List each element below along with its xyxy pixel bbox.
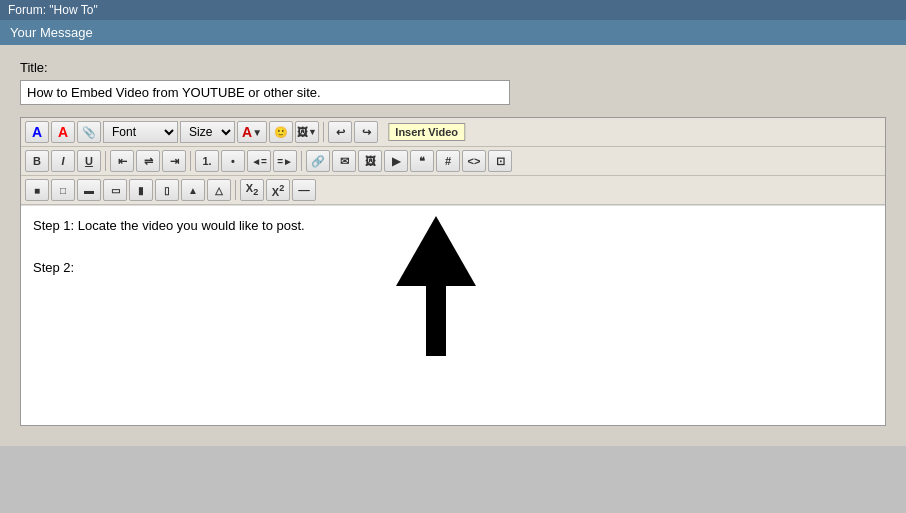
indent-btn[interactable]: =► <box>273 150 297 172</box>
format-btn-4[interactable]: ▭ <box>103 179 127 201</box>
message-container: Title: A A 📎 Font Arial Times New Roman … <box>0 45 906 446</box>
underline-btn[interactable]: U <box>77 150 101 172</box>
your-message-header: Your Message <box>0 20 906 45</box>
insert-video-btn[interactable]: ▶ Insert Video <box>384 150 408 172</box>
editor-line-2: Step 2: <box>33 258 873 279</box>
emoji-btn[interactable]: 🙂 <box>269 121 293 143</box>
title-label: Title: <box>20 60 886 75</box>
ordered-list-btn[interactable]: 1. <box>195 150 219 172</box>
format-btn-8[interactable]: △ <box>207 179 231 201</box>
format-btn-1[interactable]: ■ <box>25 179 49 201</box>
font-color-btn[interactable]: A ▼ <box>237 121 267 143</box>
forum-bar: Forum: "How To" <box>0 0 906 20</box>
image-btn[interactable]: 🖼 <box>358 150 382 172</box>
sep3 <box>190 151 191 171</box>
strikethrough-btn[interactable]: — <box>292 179 316 201</box>
sep1 <box>323 122 324 142</box>
title-input[interactable] <box>20 80 510 105</box>
superscript-btn[interactable]: X2 <box>266 179 290 201</box>
hashtag-btn[interactable]: # <box>436 150 460 172</box>
toolbar-row-3: ■ □ ▬ ▭ ▮ ▯ ▲ △ X <box>21 176 885 205</box>
unordered-list-btn[interactable]: • <box>221 150 245 172</box>
align-right-btn[interactable]: ⇥ <box>162 150 186 172</box>
link-btn[interactable]: 🔗 <box>306 150 330 172</box>
toolbar-row-2: B I U ⇤ ⇌ ⇥ 1. • <box>21 147 885 176</box>
bold-btn[interactable]: B <box>25 150 49 172</box>
format-btn-3[interactable]: ▬ <box>77 179 101 201</box>
email-btn[interactable]: ✉ <box>332 150 356 172</box>
code-btn[interactable]: <> <box>462 150 486 172</box>
quote-btn[interactable]: ❝ <box>410 150 434 172</box>
format-btn-7[interactable]: ▲ <box>181 179 205 201</box>
media-btn[interactable]: 🖼 ▼ <box>295 121 319 143</box>
undo-btn[interactable]: ↩ <box>328 121 352 143</box>
font-style-btn-1[interactable]: A <box>25 121 49 143</box>
format-btn-6[interactable]: ▯ <box>155 179 179 201</box>
format-btn-2[interactable]: □ <box>51 179 75 201</box>
spoiler-btn[interactable]: ⊡ <box>488 150 512 172</box>
font-style-btn-2[interactable]: A <box>51 121 75 143</box>
arrow-annotation <box>376 216 496 376</box>
editor-line-1: Step 1: Locate the video you would like … <box>33 216 873 237</box>
format-btn-5[interactable]: ▮ <box>129 179 153 201</box>
italic-btn[interactable]: I <box>51 150 75 172</box>
paper-clip-btn[interactable]: 📎 <box>77 121 101 143</box>
sep5 <box>235 180 236 200</box>
sep4 <box>301 151 302 171</box>
editor-wrapper: A A 📎 Font Arial Times New Roman Courier… <box>20 117 886 426</box>
editor-content[interactable]: Step 1: Locate the video you would like … <box>21 205 885 425</box>
subscript-btn[interactable]: X2 <box>240 179 264 201</box>
toolbar-row-1: A A 📎 Font Arial Times New Roman Courier… <box>21 118 885 147</box>
sep2 <box>105 151 106 171</box>
align-left-btn[interactable]: ⇤ <box>110 150 134 172</box>
align-center-btn[interactable]: ⇌ <box>136 150 160 172</box>
size-select[interactable]: Size 8 10 12 14 18 24 <box>180 121 235 143</box>
svg-rect-0 <box>426 276 446 356</box>
redo-btn[interactable]: ↪ <box>354 121 378 143</box>
outdent-btn[interactable]: ◄= <box>247 150 271 172</box>
font-select[interactable]: Font Arial Times New Roman Courier New <box>103 121 178 143</box>
